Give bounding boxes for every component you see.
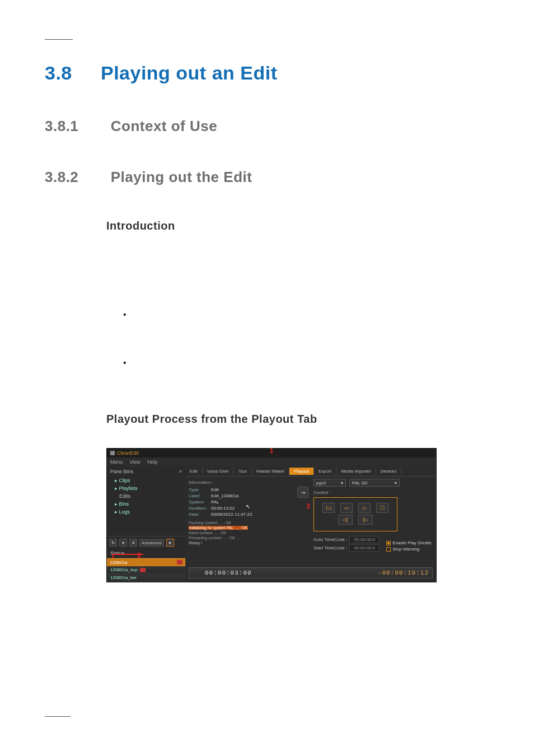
process-heading: Playout Process from the Playout Tab [106, 413, 489, 426]
refresh-icon[interactable]: ↻ [109, 539, 117, 547]
tab-tool[interactable]: Tool [234, 468, 252, 475]
app-icon [110, 451, 115, 455]
tab-edit[interactable]: Edit [185, 468, 203, 475]
dropdown-icon[interactable]: ▾ [119, 539, 127, 547]
footer-rule [45, 716, 71, 717]
star-icon[interactable]: ★ [166, 539, 174, 547]
tree-bins[interactable]: ▸ Bins [110, 500, 182, 508]
menubar: Menu View Help [107, 458, 436, 466]
list-item[interactable]: 120801a_dup [107, 566, 185, 574]
information-label: Information : [189, 480, 291, 485]
app-screenshot: 1 CleanEdit Menu View Help Pane Bins × ▸… [106, 448, 437, 582]
tc-remaining: -00:00:10:12 [378, 570, 429, 576]
subsection-1-heading: 3.8.1 Context of Use [45, 118, 489, 135]
menu-item[interactable]: Help [147, 459, 158, 465]
stop-warning-checkbox[interactable]: Stop Warning [386, 547, 432, 552]
tc-current: 00:00:03:09 [205, 570, 252, 576]
edit-list: 2 120801a 120801a_dup 120801a_tee [107, 558, 185, 582]
tab-devices[interactable]: Devices [376, 468, 401, 475]
info-value: 09/08/2012 11:47:23 [211, 512, 252, 517]
introduction-heading: Introduction [106, 220, 489, 232]
tab-playout[interactable]: Playout [289, 468, 314, 475]
tree-clips[interactable]: ▸ Clips [110, 477, 182, 484]
step-back-icon[interactable]: ◁| [338, 515, 353, 525]
menu-item[interactable]: Menu [110, 459, 123, 465]
bullet-item [123, 359, 489, 368]
bullet-list [123, 311, 489, 368]
list-item[interactable]: 120801a_tee [107, 574, 185, 582]
play-icon[interactable]: ▷ [358, 503, 371, 513]
timecode-bar: 00:00:03:09 -00:00:10:12 [189, 567, 433, 578]
subsection-1-number: 3.8.1 [45, 118, 106, 135]
tab-bar: Edit Voice Over Tool Header Maker Playou… [185, 466, 436, 477]
tree-playlists[interactable]: ▸ Playlists [110, 484, 182, 492]
left-toolbar: ↻ ▾ ✕ Advanced ★ [107, 536, 185, 549]
log-ready: Ready ! [189, 540, 291, 545]
cursor-icon: ↖ [246, 503, 250, 510]
right-pane: Edit Voice Over Tool Header Maker Playou… [185, 466, 436, 582]
step-fwd-icon[interactable]: |▷ [358, 515, 373, 525]
start-tc-input[interactable]: 00:00:00:0 [349, 544, 380, 552]
top-rule [45, 39, 73, 40]
callout-1: 1 [270, 447, 274, 455]
start-tc-label: Start TimeCode : [313, 545, 347, 550]
menu-item[interactable]: View [130, 459, 140, 465]
control-panel: pgv2▾ PAL SD▾ Control : 3 |◁ ▭ ▷ ☐ [311, 477, 436, 567]
info-key: Date: [189, 512, 211, 517]
tree-logs[interactable]: ▸ Logs [110, 508, 182, 516]
log-area: Flushing content … : OK Initializing for… [189, 520, 291, 545]
checkbox-icon [386, 547, 391, 552]
control-box: 3 |◁ ▭ ▷ ☐ ◁| |▷ [313, 497, 397, 531]
subsection-1-title: Context of Use [111, 118, 217, 134]
info-value: Edit [211, 487, 219, 492]
close-icon[interactable]: × [179, 469, 182, 474]
subsection-2-number: 3.8.2 [45, 169, 106, 186]
info-value: 00:00:13:22 [211, 506, 235, 511]
tab-media-importer[interactable]: Media Importer [336, 468, 376, 475]
list-item-label: 120801a [110, 560, 127, 565]
chevron-down-icon: ▾ [341, 480, 343, 486]
log-line: Preloading content … : OK [189, 535, 291, 540]
send-to-control-icon[interactable]: ⇥ [297, 487, 308, 498]
info-key: System: [189, 500, 211, 505]
list-item-label: 120801a_tee [110, 575, 137, 580]
status-swatch [177, 560, 182, 564]
list-item-label: 120801a_dup [110, 567, 138, 572]
subsection-2-heading: 3.8.2 Playing out the Edit [45, 169, 489, 186]
goto-tc-input[interactable]: 00:00:00:0 [349, 536, 380, 543]
output-select[interactable]: pgv2▾ [313, 479, 346, 487]
info-value: PAL [211, 500, 219, 505]
info-key: Type: [189, 487, 211, 492]
log-line-hl: Initializing for system PAL … : OK [189, 526, 248, 530]
callout-3: 3 [306, 502, 310, 510]
enable-play-shuttle-checkbox[interactable]: Enable Play Shuttle [386, 540, 432, 545]
status-swatch [140, 568, 146, 572]
tab-export[interactable]: Export [314, 468, 336, 475]
tab-header-maker[interactable]: Header Maker [252, 468, 290, 475]
format-select[interactable]: PAL SD▾ [349, 479, 400, 487]
list-item-selected[interactable]: 120801a [107, 558, 185, 566]
info-key: Label: [189, 493, 211, 498]
information-panel: ↖ Information : Type:Edit Label:Edit_120… [185, 477, 294, 567]
section-heading: 3.8 Playing out an Edit [45, 62, 489, 84]
app-title: CleanEdit [117, 450, 139, 456]
chevron-down-icon: ▾ [395, 480, 397, 486]
subsection-2-title: Playing out the Edit [111, 169, 252, 185]
info-key: Duration: [189, 506, 211, 511]
advanced-button[interactable]: Advanced [139, 539, 164, 547]
tab-voice-over[interactable]: Voice Over [203, 468, 234, 475]
skip-back-icon[interactable]: |◁ [322, 503, 335, 513]
log-line: Flushing content … : OK [189, 520, 291, 525]
pane-bins-label: Pane Bins [110, 469, 133, 474]
left-pane: Pane Bins × ▸ Clips ▸ Playlists Edits ▸ … [107, 466, 185, 582]
frame-icon[interactable]: ▭ [340, 503, 353, 513]
section-number: 3.8 [45, 62, 95, 84]
stop-icon[interactable]: ☐ [376, 503, 388, 513]
info-value: Edit_120801a [211, 493, 238, 498]
tree-edits[interactable]: Edits [110, 492, 182, 500]
log-line: Insert content … : OK [189, 530, 291, 535]
close-icon[interactable]: ✕ [129, 539, 137, 547]
bullet-item [123, 311, 489, 320]
control-label: Control : [313, 490, 432, 495]
checkbox-icon [386, 541, 391, 545]
